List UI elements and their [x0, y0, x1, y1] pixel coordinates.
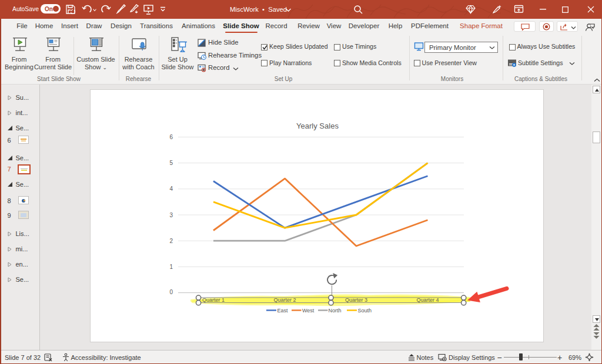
svg-text:6: 6: [169, 134, 173, 140]
svg-text:2: 2: [169, 238, 173, 244]
svg-text:3: 3: [169, 212, 173, 218]
svg-text:Yearly Sales: Yearly Sales: [296, 122, 339, 130]
svg-text:North: North: [329, 308, 342, 314]
svg-text:1: 1: [169, 264, 173, 270]
svg-text:South: South: [358, 308, 372, 314]
svg-text:Quarter 4: Quarter 4: [416, 297, 439, 303]
svg-text:0: 0: [169, 289, 173, 295]
svg-text:Quarter 1: Quarter 1: [202, 297, 225, 303]
svg-text:Quarter 2: Quarter 2: [273, 297, 296, 303]
svg-text:4: 4: [169, 186, 173, 192]
svg-text:5: 5: [169, 160, 173, 166]
svg-text:West: West: [302, 308, 315, 314]
svg-text:East: East: [277, 308, 289, 314]
svg-text:Quarter 3: Quarter 3: [345, 297, 367, 303]
